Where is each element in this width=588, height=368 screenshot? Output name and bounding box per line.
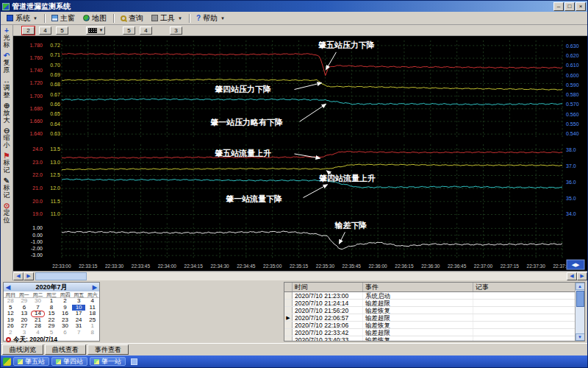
- left-axis-label: 1.700: [29, 93, 43, 99]
- scroll-up-icon[interactable]: ▲: [576, 283, 585, 290]
- toolbar-button-tools[interactable]: 工具▼: [148, 13, 186, 24]
- tool-pencil-mark[interactable]: ✎标记: [3, 177, 11, 199]
- taskbar-tab-3[interactable]: 肇一站: [90, 357, 126, 366]
- time-axis-scroll-glyph: ◀▶: [572, 262, 580, 267]
- tool-label: 放大: [3, 110, 11, 124]
- taskbar-tab-1[interactable]: 肇五站: [13, 357, 49, 366]
- calendar-day-other[interactable]: 8: [85, 330, 99, 336]
- left-axis-label: 0.68: [50, 82, 60, 87]
- event-row[interactable]: ▶2020/7/10 22:06:57输差超限: [284, 314, 584, 322]
- left-axis-label: 11.5: [51, 199, 60, 204]
- right-axis-label: 0.580: [566, 92, 579, 97]
- today-circle-icon: [6, 337, 11, 342]
- event-view-button[interactable]: 事件查看: [87, 344, 129, 355]
- annotation-text: 肇五站流量上升: [214, 149, 271, 158]
- window-title: 管道泄漏监测系统: [12, 1, 71, 12]
- left-axis-label: 0.00: [32, 233, 43, 238]
- scroll-left-icon[interactable]: ◀: [13, 272, 24, 280]
- event-row[interactable]: 2020/7/10 22:33:42输差超限: [284, 329, 584, 336]
- toolbar-button-main-window[interactable]: 主窗: [48, 13, 79, 24]
- event-scrollbar-thumb[interactable]: [576, 291, 584, 307]
- event-row[interactable]: 2020/7/10 21:56:20输差恢复: [284, 307, 584, 314]
- tool-adjust[interactable]: ↔调整: [3, 77, 11, 99]
- event-time-cell: 2020/7/10 23:40:33: [293, 336, 363, 342]
- toolbar-button-label: 地图: [92, 13, 107, 24]
- pen-color-picker-button[interactable]: ▼: [86, 26, 105, 35]
- left-tool-strip: +光标↶复原↔调整⊕放大⊖缩小⚑标记✎标记⊙定位: [1, 25, 13, 280]
- scroll-right-icon[interactable]: ▶: [24, 272, 34, 280]
- event-row[interactable]: 2020/7/10 22:19:06输差恢复: [284, 322, 584, 329]
- taskbar-tab-2[interactable]: 肇四站: [51, 357, 87, 366]
- time-axis-label: 22:36:30: [421, 263, 440, 269]
- left-axis-label: 1.660: [29, 118, 43, 124]
- pen-button-4[interactable]: 4: [140, 26, 152, 35]
- time-axis-label: 22:34:15: [184, 263, 204, 269]
- event-name-cell: 输差恢复: [363, 336, 473, 342]
- annotation-arrow: [326, 52, 336, 70]
- calendar-day-other[interactable]: 6: [58, 330, 72, 336]
- pen-button-4[interactable]: 4: [39, 26, 51, 35]
- left-axis-label: 1.720: [29, 80, 43, 85]
- scrollbar-track[interactable]: [87, 272, 567, 280]
- toolbar-button-map[interactable]: 地图: [79, 13, 110, 24]
- right-axis-label: 0.610: [566, 63, 579, 68]
- tool-cursor[interactable]: +光标: [3, 27, 11, 49]
- tool-restore[interactable]: ↶复原: [3, 52, 11, 74]
- event-name-cell: 输差超限: [363, 300, 473, 306]
- curve-browse-button[interactable]: 曲线浏览: [2, 344, 43, 355]
- toolbar-button-help[interactable]: ?帮助▼: [193, 13, 229, 24]
- chart-h-scrollbar[interactable]: ◀ ▶ ◀ ▶: [13, 271, 587, 280]
- tool-locate[interactable]: ⊙定位: [3, 202, 11, 224]
- event-note-cell: [473, 322, 576, 328]
- annotation-text: 肇一站流量下降: [225, 194, 282, 203]
- time-axis-label: 22:37:00: [474, 263, 493, 269]
- calendar-header: ◀ 2020年7月 ▶: [4, 283, 99, 291]
- pen-button-5[interactable]: 5: [123, 26, 135, 35]
- bottom-panel: ◀ 2020年7月 ▶ 周日周一周二周三周四周五周六 2829301234567…: [1, 280, 587, 343]
- right-axis-label: 37.0: [566, 163, 576, 169]
- event-name-cell: 输差恢复: [363, 322, 473, 328]
- tool-zoom-out[interactable]: ⊖缩小: [3, 127, 11, 149]
- scroll-left-end-icon[interactable]: ◀: [567, 272, 577, 280]
- left-axis-label: 1.00: [32, 225, 43, 230]
- left-axis-label: 1.680: [29, 106, 43, 111]
- view-buttons-row: 曲线浏览曲线查看事件查看: [1, 343, 587, 355]
- left-axis-label: 0.72: [50, 43, 60, 48]
- toolbar-button-search[interactable]: 查询: [117, 13, 147, 24]
- right-axis-label: 0.620: [566, 53, 579, 58]
- time-axis-label: 22:35:45: [343, 263, 362, 269]
- pen-button-3[interactable]: 3: [170, 26, 182, 35]
- trend-chart: 22:33:0022:33:1522:33:3022:33:4522:34:00…: [13, 36, 587, 271]
- scrollbar-thumb[interactable]: [35, 272, 87, 280]
- close-button[interactable]: ×: [576, 2, 586, 11]
- pen-button-5[interactable]: 5: [56, 26, 68, 35]
- pen-button-2[interactable]: 2: [22, 26, 35, 35]
- titlebar: 管道泄漏监测系统 –□×: [1, 1, 587, 12]
- event-row[interactable]: 2020/7/10 23:40:33输差恢复: [284, 336, 584, 342]
- minimize-button[interactable]: –: [553, 2, 564, 11]
- toolbar-button-system[interactable]: 系统▼: [3, 13, 41, 24]
- calendar-day-other[interactable]: 7: [72, 330, 86, 336]
- tool-zoom-in[interactable]: ⊕放大: [3, 102, 11, 124]
- right-axis-label: 0.590: [566, 82, 579, 88]
- event-time-cell: 2020/7/10 21:23:00: [293, 292, 363, 299]
- curve-view-button[interactable]: 曲线查看: [45, 344, 86, 355]
- dropdown-arrow-icon: ▼: [220, 16, 225, 21]
- trend-chart-area: 22:33:0022:33:1522:33:3022:33:4522:34:00…: [13, 36, 587, 271]
- row-selector-gutter: [284, 329, 293, 336]
- taskbar-tray-icon[interactable]: [131, 358, 137, 365]
- event-table-scrollbar[interactable]: ▲ ▼: [575, 283, 584, 341]
- calendar-prev-button[interactable]: ◀: [6, 284, 10, 291]
- taskbar: 肇五站肇四站肇一站: [1, 355, 587, 367]
- tool-label: 标记: [3, 185, 11, 199]
- maximize-button[interactable]: □: [564, 2, 575, 11]
- row-selector-gutter: [284, 300, 293, 306]
- event-row[interactable]: 2020/7/10 21:23:00系统启动: [284, 292, 584, 300]
- scroll-down-icon[interactable]: ▼: [576, 333, 585, 341]
- calendar-next-button[interactable]: ▶: [93, 284, 97, 291]
- time-axis-label: 22:37:30: [527, 263, 546, 269]
- event-row[interactable]: 2020/7/10 21:24:14输差超限: [284, 300, 584, 307]
- taskbar-start-icon[interactable]: [3, 358, 11, 366]
- tool-flag-mark[interactable]: ⚑标记: [3, 152, 11, 174]
- scroll-right-end-icon[interactable]: ▶: [577, 272, 587, 280]
